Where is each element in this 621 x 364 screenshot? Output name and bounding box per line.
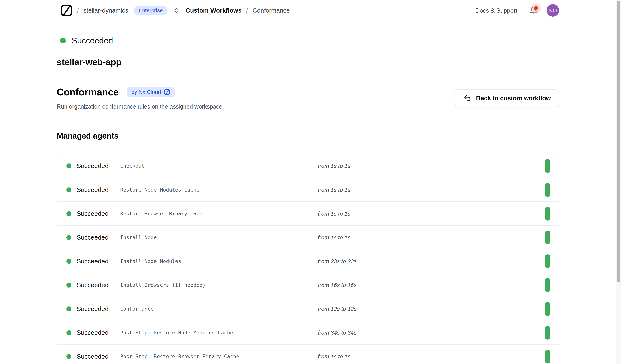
agent-duration: from 1s to 1s [318, 187, 350, 193]
workflow-header-left: Conformance by Nx Cloud Run organization… [57, 86, 224, 110]
agent-status-label: Succeeded [77, 329, 120, 336]
agent-duration: from 16s to 16s [318, 282, 357, 288]
chevron-up-down-icon [173, 7, 180, 14]
agent-duration: from 1s to 1s [318, 210, 350, 217]
nx-cloud-logo-icon[interactable] [60, 4, 72, 16]
agent-timeline-bar[interactable] [545, 254, 551, 268]
agent-task-name: Checkout [120, 163, 318, 169]
scrollbar-thumb[interactable] [617, 1, 620, 282]
agent-task-name: Restore Node Modules Cache [120, 187, 318, 193]
nx-cloud-logo-icon [164, 89, 170, 95]
agent-rows-list: Succeeded Checkout from 1s to 1s Succeed… [57, 154, 559, 364]
run-status-indicator: Succeeded [60, 36, 621, 45]
success-dot-icon [67, 235, 71, 240]
agent-task-name: Install Browsers (if needed) [120, 282, 318, 288]
agent-status-label: Succeeded [77, 353, 120, 360]
agent-task-name: Restore Browser Binary Cache [120, 211, 318, 217]
docs-support-link[interactable]: Docs & Support [475, 7, 517, 14]
agent-task-name: Install Node [120, 235, 318, 240]
notification-dot [534, 6, 538, 10]
back-button-label: Back to custom workflow [476, 95, 551, 102]
main-content: Succeeded stellar-web-app Conformance by… [0, 36, 621, 364]
breadcrumb-org[interactable]: stellar-dynamics [84, 7, 128, 14]
agent-status-label: Succeeded [77, 281, 120, 289]
workspace-switcher-button[interactable] [173, 7, 180, 14]
provider-badge-label: by Nx Cloud [131, 89, 161, 95]
success-dot-icon [60, 38, 66, 44]
agent-duration: from 1s to 1s [318, 163, 350, 169]
agent-timeline-bar[interactable] [545, 326, 551, 340]
agent-task-name: Post Step: Restore Browser Binary Cache [120, 353, 318, 359]
notifications-button[interactable] [529, 6, 538, 15]
agent-row[interactable]: Succeeded Install Node Modules from 23s … [57, 249, 559, 273]
agent-row[interactable]: Succeeded Post Step: Restore Browser Bin… [57, 344, 559, 364]
agent-timeline-bar[interactable] [545, 183, 551, 197]
workflow-title: Conformance [57, 86, 119, 98]
agent-status-label: Succeeded [77, 257, 120, 265]
success-dot-icon [67, 163, 71, 168]
agent-row[interactable]: Succeeded Install Node from 1s to 1s [57, 225, 559, 249]
success-dot-icon [67, 259, 71, 264]
agent-status-label: Succeeded [77, 186, 120, 193]
user-avatar[interactable]: NO [547, 4, 559, 17]
breadcrumb-separator: / [77, 7, 79, 15]
managed-agents-card: Succeeded Checkout from 1s to 1s Succeed… [57, 154, 559, 364]
managed-agents-heading: Managed agents [57, 131, 621, 140]
success-dot-icon [67, 330, 71, 335]
top-navbar: / stellar-dynamics Enterprise Custom Wor… [0, 0, 621, 21]
agent-status-label: Succeeded [77, 210, 120, 217]
nx-cloud-provider-badge[interactable]: by Nx Cloud [126, 87, 175, 97]
success-dot-icon [67, 306, 71, 311]
agent-timeline-bar[interactable] [545, 231, 551, 244]
agent-timeline-bar[interactable] [545, 207, 551, 221]
breadcrumb-custom-workflows[interactable]: Custom Workflows [186, 7, 242, 14]
agent-row[interactable]: Succeeded Install Browsers (if needed) f… [57, 273, 559, 297]
agent-row[interactable]: Succeeded Post Step: Restore Node Module… [57, 320, 559, 344]
success-dot-icon [67, 211, 71, 216]
workflow-header: Conformance by Nx Cloud Run organization… [57, 86, 621, 110]
scrollbar-track[interactable] [616, 0, 621, 364]
agent-duration: from 34s to 34s [318, 330, 357, 336]
agent-row[interactable]: Succeeded Conformance from 12s to 12s [57, 297, 559, 320]
agent-task-name: Conformance [120, 306, 318, 312]
agent-row[interactable]: Succeeded Restore Node Modules Cache fro… [57, 178, 559, 202]
undo-arrow-icon [463, 94, 471, 102]
agent-timeline-bar[interactable] [545, 302, 551, 316]
agent-timeline-bar[interactable] [545, 159, 551, 173]
enterprise-badge: Enterprise [134, 6, 168, 15]
back-to-custom-workflow-button[interactable]: Back to custom workflow [455, 89, 559, 107]
agent-timeline-bar[interactable] [545, 349, 551, 364]
workspace-title: stellar-web-app [57, 57, 621, 67]
success-dot-icon [67, 283, 71, 287]
agent-status-label: Succeeded [77, 162, 120, 169]
workflow-description: Run organization conformance rules on th… [57, 103, 224, 110]
agent-status-label: Succeeded [77, 305, 120, 313]
agent-row[interactable]: Succeeded Restore Browser Binary Cache f… [57, 202, 559, 225]
agent-duration: from 23s to 23s [318, 258, 357, 265]
success-dot-icon [67, 188, 71, 192]
agent-task-name: Install Node Modules [120, 258, 318, 264]
agent-duration: from 12s to 12s [318, 306, 357, 312]
agent-duration: from 1s to 1s [318, 234, 350, 241]
agent-status-label: Succeeded [77, 234, 120, 241]
agent-timeline-bar[interactable] [545, 278, 551, 292]
success-dot-icon [67, 354, 71, 359]
agent-duration: from 1s to 1s [318, 353, 350, 360]
breadcrumb-conformance: Conformance [253, 7, 290, 14]
agent-row[interactable]: Succeeded Checkout from 1s to 1s [57, 154, 559, 178]
run-status-label: Succeeded [72, 36, 113, 45]
breadcrumb-separator: / [246, 7, 248, 15]
agent-task-name: Post Step: Restore Node Modules Cache [120, 330, 318, 335]
